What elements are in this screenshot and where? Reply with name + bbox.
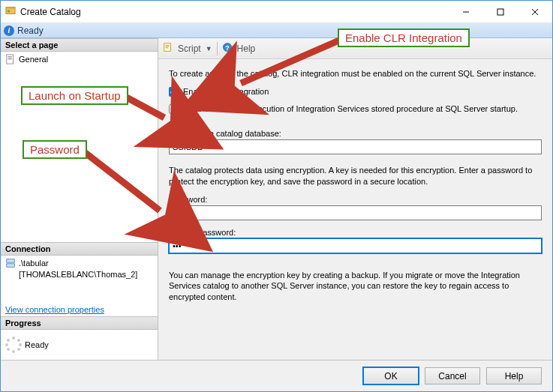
titlebar: Create Catalog [1,1,552,23]
ok-button[interactable]: OK [363,367,419,385]
page-icon [5,54,16,64]
cancel-button[interactable]: Cancel [425,367,480,385]
info-icon: i [4,25,14,36]
spinner-icon [5,337,22,353]
content-area: Script ▼ ? Help To create and use the ca… [158,38,552,360]
svg-point-2 [8,10,11,13]
sidebar-item-general[interactable]: General [5,54,153,64]
script-button[interactable]: Script [178,43,201,54]
create-catalog-window: Create Catalog i Ready Select a page Gen… [0,0,553,392]
svg-rect-4 [497,9,503,15]
annotation-launch: Launch on Startup [21,86,128,105]
password-input[interactable] [169,205,542,220]
script-icon [163,42,173,55]
connection-info: .\tabular [THOMASLEBLANC\Thomas_2] [5,258,153,280]
catalog-name-input[interactable] [169,139,542,154]
dialog-footer: OK Cancel Help [1,360,552,391]
catalog-form: To create and use the catalog, CLR integ… [158,59,552,360]
catalog-name-label: Name of the catalog database: [169,129,542,138]
retype-label: Retype Password: [169,228,542,237]
enable-clr-label: Enable CLR Integration [183,87,269,96]
auto-exec-checkbox[interactable] [169,104,179,114]
enable-clr-checkbox[interactable] [169,87,179,97]
connection-header: Connection [1,242,158,256]
manage-text: You can manage the encryption key by cre… [169,270,542,304]
view-connection-link[interactable]: View connection properties [5,305,104,314]
app-icon [5,5,16,18]
retype-password-input[interactable] [169,238,542,253]
encryption-text: The catalog protects data using encrypti… [169,165,542,187]
server-name: .\tabular [19,258,137,268]
help-toolbar-button[interactable]: Help [237,43,256,54]
server-icon [5,258,16,268]
svg-rect-13 [164,43,171,52]
svg-rect-11 [7,259,15,262]
annotation-password: Password [23,140,87,159]
maximize-button[interactable] [483,1,518,23]
progress-header: Progress [1,316,158,330]
auto-exec-label: Enable automatic execution of Integratio… [183,104,518,113]
svg-rect-12 [7,264,15,267]
intro-text: To create and use the catalog, CLR integ… [169,68,542,79]
status-ready-text: Ready [17,25,44,36]
svg-rect-1 [6,7,15,9]
help-icon: ? [222,42,233,55]
window-title: Create Catalog [20,7,81,17]
annotation-clr: Enable CLR Integration [338,28,470,47]
close-button[interactable] [518,1,552,23]
select-page-header: Select a page [1,38,158,52]
svg-text:?: ? [225,44,229,52]
minimize-button[interactable] [449,1,483,23]
help-button[interactable]: Help [486,367,542,385]
script-dropdown-icon[interactable]: ▼ [206,45,212,52]
user-name: [THOMASLEBLANC\Thomas_2] [19,269,137,280]
sidebar-general-label: General [19,55,48,64]
password-label: Password: [169,195,542,204]
progress-label: Ready [25,340,49,349]
